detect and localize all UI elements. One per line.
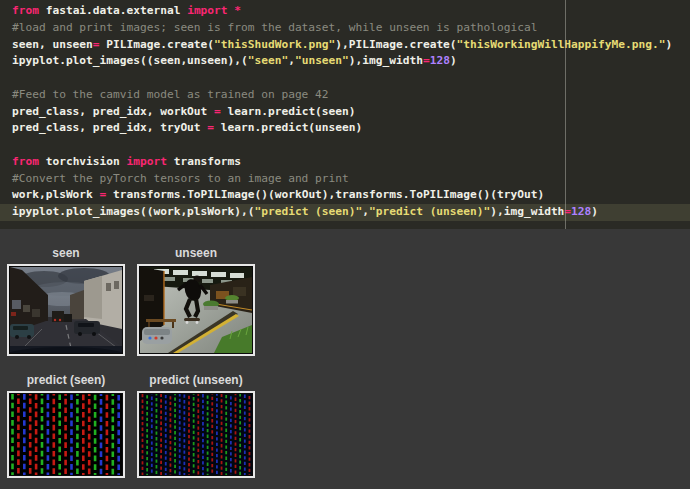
predict-seen-image[interactable] [7, 391, 125, 478]
code-line: work,plsWork = transforms.ToPILImage()(w… [0, 187, 690, 204]
skatepark-scene-illustration [140, 267, 252, 353]
code-block: from fastai.data.external import *#load … [0, 0, 690, 229]
code-line: #Convert the pyTorch tensors to an image… [0, 171, 690, 188]
code-line: pred_class, pred_idx, tryOut = learn.pre… [0, 120, 690, 137]
figure-predict-unseen-label: predict (unseen) [137, 373, 255, 388]
code-line: #load and print images; seen is from the… [0, 20, 690, 37]
code-line: from fastai.data.external import * [0, 3, 690, 20]
code-line: ipyplot.plot_images((work,plsWork),("pre… [0, 204, 690, 221]
code-lines: from fastai.data.external import *#load … [0, 0, 690, 221]
figure-predict-unseen: predict (unseen) [137, 373, 255, 478]
figure-unseen: unseen [137, 246, 255, 356]
street-scene-illustration [10, 267, 122, 353]
code-ruler-line [565, 0, 566, 229]
figure-seen: seen [7, 246, 125, 356]
code-line: ipyplot.plot_images((seen,unseen),("seen… [0, 53, 690, 70]
forum-post-screenshot: from fastai.data.external import *#load … [0, 0, 690, 489]
seen-image[interactable] [7, 264, 125, 356]
figure-seen-label: seen [7, 246, 125, 261]
predict-unseen-noise-pattern [140, 394, 252, 475]
code-line: pred_class, pred_idx, workOut = learn.pr… [0, 104, 690, 121]
unseen-image[interactable] [137, 264, 255, 356]
figure-predict-seen-label: predict (seen) [7, 373, 125, 388]
code-line: seen, unseen= PILImage.create("thisShudW… [0, 37, 690, 54]
figure-predict-seen: predict (seen) [7, 373, 125, 478]
figure-unseen-label: unseen [137, 246, 255, 261]
code-line: from torchvision import transforms [0, 154, 690, 171]
predict-seen-noise-pattern [10, 394, 122, 475]
code-line [0, 70, 690, 87]
predict-unseen-image[interactable] [137, 391, 255, 478]
code-line [0, 137, 690, 154]
code-line: #Feed to the camvid model as trained on … [0, 87, 690, 104]
